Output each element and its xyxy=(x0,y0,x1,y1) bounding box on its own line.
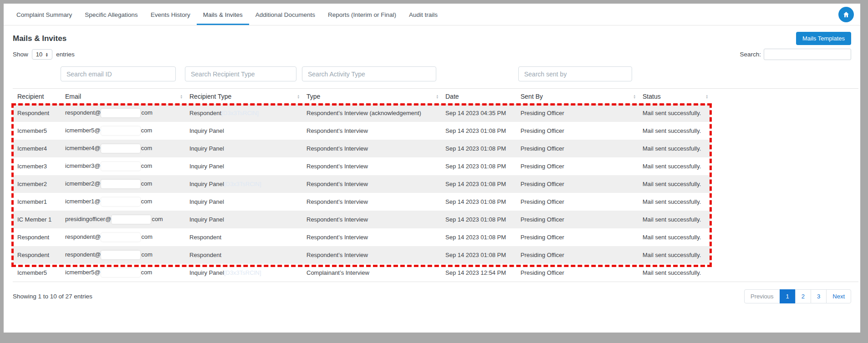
cell-email: icmember3@com xyxy=(61,157,185,175)
home-button[interactable] xyxy=(838,7,854,22)
recipient-type-text: Inquiry Panel xyxy=(189,181,224,187)
cell-type: Respondent’s Interview xyxy=(302,140,441,157)
column-header-recipient-type[interactable]: Recipient Type▴▾ xyxy=(185,89,302,104)
cell-sent-by: Presiding Officer xyxy=(516,122,638,140)
tab-specific-allegations[interactable]: Specific Allegations xyxy=(78,5,144,25)
cell-type: Respondent’s Interview xyxy=(302,122,441,140)
cell-type: Respondent’s Interview xyxy=(302,157,441,175)
cell-email: respondent@com xyxy=(61,104,185,122)
tab-events-history[interactable]: Events History xyxy=(144,5,197,25)
cell-type: Respondent’s Interview xyxy=(302,193,441,211)
cell-status: Mail sent successfully. xyxy=(638,175,710,193)
sort-down-icon: ▾ xyxy=(706,96,708,99)
column-header-status[interactable]: Status▴▾ xyxy=(638,89,710,104)
cell-sent-by: Presiding Officer xyxy=(516,264,638,282)
mails-table: RecipientEmail▴▾Recipient Type▴▾Type▴▾Da… xyxy=(13,89,710,282)
cell-type: Respondent’s Interview xyxy=(302,246,441,264)
table-row: Icmember4icmember4@comInquiry PanelRespo… xyxy=(13,140,710,157)
page-size-select[interactable]: 10 ▲▼ xyxy=(32,49,52,60)
email-tail: com xyxy=(141,162,153,169)
cell-recipient: IC Member 1 xyxy=(13,211,61,228)
cell-date: Sep 14 2023 01:08 PM xyxy=(441,140,516,157)
global-search: Search: xyxy=(740,49,851,60)
filter-sent-by-input[interactable] xyxy=(518,66,632,81)
column-header-recipient: Recipient xyxy=(13,89,61,104)
column-header-email[interactable]: Email▴▾ xyxy=(61,89,185,104)
cell-email: icmember4@com xyxy=(61,140,185,157)
cell-sent-by: Presiding Officer xyxy=(516,175,638,193)
cell-type: Complainant’s Interview xyxy=(302,264,441,282)
tab-mails-invites[interactable]: Mails & Invites xyxy=(197,5,249,25)
email-redaction-box xyxy=(101,144,140,153)
email-user: respondent@ xyxy=(65,233,101,240)
email-user: icmember3@ xyxy=(65,162,101,169)
sort-icon: ▴▾ xyxy=(633,94,635,99)
cell-recipient: Icmember5 xyxy=(13,122,61,140)
cell-date: Sep 14 2023 01:08 PM xyxy=(441,228,516,246)
table-row: Icmember5icmember5@comInquiry PanelRespo… xyxy=(13,122,710,140)
cell-date: Sep 14 2023 01:08 PM xyxy=(441,122,516,140)
cell-recipient: Icmember3 xyxy=(13,157,61,175)
cell-sent-by: Presiding Officer xyxy=(516,140,638,157)
mails-templates-button[interactable]: Mails Templates xyxy=(796,32,851,45)
cell-recipient-type: Respondent[D3x3TsRClN] xyxy=(185,104,302,122)
table-row: Respondentrespondent@comRespondentRespon… xyxy=(13,246,710,264)
cell-email: icmember5@com xyxy=(61,122,185,140)
cell-date: Sep 14 2023 01:08 PM xyxy=(441,211,516,228)
filter-recipient-type-input[interactable] xyxy=(185,66,296,81)
tab-complaint-summary[interactable]: Complaint Summary xyxy=(10,5,78,25)
column-header-date: Date xyxy=(441,89,516,104)
recipient-type-text: Respondent xyxy=(189,252,221,258)
table-row: Icmember1icmember1@comInquiry PanelRespo… xyxy=(13,193,710,211)
pagination-page-2[interactable]: 2 xyxy=(795,289,811,303)
tab-additional-documents[interactable]: Additional Documents xyxy=(249,5,322,25)
content-area: Mails & Invites Mails Templates Show 10 … xyxy=(4,32,860,303)
cell-recipient-type: Respondent xyxy=(185,228,302,246)
column-header-sent-by[interactable]: Sent By▴▾ xyxy=(516,89,638,104)
cell-status: Mail sent successfully. xyxy=(638,246,710,264)
filter-activity-type-input[interactable] xyxy=(302,66,436,81)
email-tail: com xyxy=(141,233,153,240)
email-user: icmember2@ xyxy=(65,180,101,187)
global-search-input[interactable] xyxy=(764,49,851,60)
pagination-previous[interactable]: Previous xyxy=(744,289,780,303)
cell-recipient: Respondent xyxy=(13,228,61,246)
sort-icon: ▴▾ xyxy=(297,94,299,99)
column-header-type[interactable]: Type▴▾ xyxy=(302,89,441,104)
cell-status: Mail sent successfully. xyxy=(638,122,710,140)
watermark-text: [D3x3TsRClN] xyxy=(224,181,261,187)
pagination-page-1[interactable]: 1 xyxy=(780,289,796,303)
sort-down-icon: ▾ xyxy=(633,96,635,99)
watermark-text: [D3x3TsRClN] xyxy=(221,110,259,116)
sort-icon: ▴▾ xyxy=(180,94,182,99)
cell-email: respondent@com xyxy=(61,228,185,246)
page-size-value: 10 xyxy=(36,51,42,58)
email-user: respondent@ xyxy=(65,251,101,258)
email-redaction-box xyxy=(101,233,140,242)
filter-email-id-input[interactable] xyxy=(61,66,176,81)
pagination-next[interactable]: Next xyxy=(826,289,851,303)
pagination-page-3[interactable]: 3 xyxy=(811,289,827,303)
email-tail: com xyxy=(141,269,153,276)
email-tail: com xyxy=(141,109,153,116)
recipient-type-text: Respondent xyxy=(189,110,221,116)
cell-sent-by: Presiding Officer xyxy=(516,104,638,122)
recipient-type-text: Inquiry Panel xyxy=(189,145,224,152)
show-label: Show xyxy=(13,51,28,58)
tab-reports-interim-or-final[interactable]: Reports (Interim or Final) xyxy=(322,5,403,25)
pagination: Previous123Next xyxy=(744,289,851,303)
sort-icon: ▴▾ xyxy=(706,94,708,99)
email-tail: com xyxy=(141,180,153,187)
cell-recipient-type: Inquiry Panel[D3x3TsRClN] xyxy=(185,264,302,282)
cell-recipient: Icmember2 xyxy=(13,175,61,193)
cell-status: Mail sent successfully. xyxy=(638,104,710,122)
recipient-type-text: Respondent xyxy=(189,234,221,241)
table-row: Respondentrespondent@comRespondentRespon… xyxy=(13,228,710,246)
cell-recipient: Icmember5 xyxy=(13,264,61,282)
sort-down-icon: ▾ xyxy=(180,96,182,99)
cell-date: Sep 14 2023 01:08 PM xyxy=(441,246,516,264)
tab-bar: Complaint SummarySpecific AllegationsEve… xyxy=(4,4,860,25)
email-redaction-box xyxy=(101,180,140,188)
tab-audit-trails[interactable]: Audit trails xyxy=(403,5,444,25)
cell-date: Sep 14 2023 01:08 PM xyxy=(441,157,516,175)
